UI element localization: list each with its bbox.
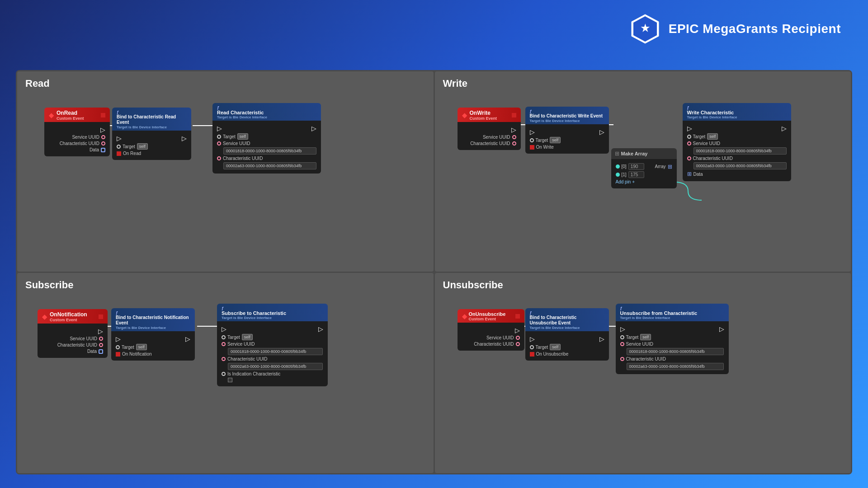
unsub-char-service-in [620, 342, 624, 346]
unsubscribe-panel-title: Unsubscribe [435, 273, 851, 295]
bind-read-on-pin-label: On Read [123, 151, 141, 156]
bind-read-on-read-pin [117, 151, 121, 156]
onread-event-node: ◆ OnRead Custom Event ▷ Service UUID Cha… [44, 108, 110, 156]
onnotif-service-pin [99, 337, 103, 341]
bind-read-subtitle: Target is Ble Device Interface [117, 125, 187, 129]
write-char-title: Write Characteristic [687, 110, 787, 115]
write-char-exec-in: ▷ [687, 125, 692, 132]
epic-hexagon-icon: ★ [629, 13, 661, 45]
subscribe-char-uuid-in [222, 357, 226, 361]
bind-write-target-in [530, 138, 534, 142]
onwrite-subtitle: Custom Event [470, 116, 497, 121]
char-uuid-pin-out [101, 141, 105, 145]
bind-notif-on-label: On Notification [122, 352, 152, 357]
subscribe-char-service-uuid-input[interactable] [228, 348, 323, 355]
unsub-char-uuid-in [620, 357, 624, 361]
write-char-service-in [687, 141, 691, 145]
onwrite-event-node: ◆ OnWrite Custom Event ▷ Service UUID Ch… [458, 108, 521, 150]
write-char-uuid-input[interactable] [693, 162, 787, 169]
unsub-char-title: Unsubscribe from Characteristic [620, 310, 724, 316]
bind-unsub-exec-out: ▷ [599, 335, 604, 343]
write-char-subtitle: Target is Ble Device Interface [687, 115, 787, 119]
bind-write-exec-in: ▷ [530, 128, 535, 136]
make-array-val0-input[interactable] [628, 163, 644, 170]
onunsub-service-pin [516, 336, 520, 340]
write-panel: Write ◆ OnWrite Custom Event ▷ [435, 71, 851, 272]
bind-write-on-pin [530, 145, 534, 150]
subscribe-char-title: Subscribe to Characteristic [222, 310, 323, 316]
onnotif-exec-out: ▷ [98, 328, 103, 335]
onunsub-exec-out: ▷ [515, 327, 520, 334]
write-char-service-uuid-input[interactable] [693, 147, 787, 155]
bind-notif-on-pin [116, 352, 120, 357]
onread-title: OnRead [57, 110, 84, 116]
bind-unsub-on-label: On Unsubscribe [536, 352, 569, 357]
subscribe-char-exec-in: ▷ [222, 325, 226, 333]
onunsub-char-pin [516, 342, 520, 346]
bind-write-title: Bind to Characteristic Write Event [530, 113, 604, 119]
is-indication-checkbox[interactable] [228, 378, 232, 382]
bind-write-subtitle: Target is Ble Device Interface [530, 119, 604, 123]
subscribe-char-target-in [222, 335, 226, 339]
subscribe-is-indication-in [222, 372, 226, 376]
bind-write-node: ƒ Bind to Characteristic Write Event Tar… [525, 107, 609, 154]
subscribe-is-indication-label: Is Indication Characteristic [227, 371, 280, 376]
canvas-area: Read ◆ OnRead Custom Event ▷ [16, 70, 852, 474]
bind-notif-exec-in: ▷ [116, 335, 121, 343]
read-char-service-uuid-input[interactable] [223, 147, 316, 155]
read-char-service-in [217, 141, 221, 145]
read-char-target-in [217, 135, 221, 139]
bind-unsub-on-pin [530, 352, 534, 357]
read-panel-title: Read [17, 71, 434, 93]
read-char-uuid-input[interactable] [223, 162, 316, 169]
bind-read-exec-in: ▷ [117, 135, 122, 142]
onread-subtitle: Custom Event [57, 116, 84, 121]
onwrite-char-pin [512, 141, 516, 145]
data-label: Data [90, 147, 99, 152]
bind-unsub-subtitle: Target is Ble Device Interface [530, 326, 604, 330]
read-char-subtitle: Target is Ble Device Interface [217, 115, 316, 119]
onwrite-exec-out: ▷ [511, 126, 516, 133]
read-characteristic-node: ƒ Read Characteristic Target is Ble Devi… [212, 103, 321, 174]
onnotif-data-pin [99, 349, 103, 354]
make-array-in-1 [616, 173, 620, 177]
make-array-node: ⊞ Make Array [0] Array ⊞ [611, 148, 677, 188]
write-char-data-label: Data [693, 172, 703, 177]
bind-read-title: Bind to Characteristic Read Event [117, 114, 187, 125]
subscribe-char-service-in [222, 342, 226, 346]
epic-megagrants-badge: ★ EPIC MegaGrants Recipient [629, 13, 841, 45]
write-char-exec-out: ▷ [782, 125, 787, 132]
bind-unsub-target-in [530, 345, 534, 349]
unsubscribe-characteristic-node: ƒ Unsubscribe from Characteristic Target… [616, 304, 729, 374]
unsub-char-exec-in: ▷ [620, 325, 625, 333]
bind-unsub-exec-in: ▷ [530, 335, 535, 343]
onwrite-title: OnWrite [470, 110, 497, 116]
service-uuid-pin-out [101, 135, 105, 139]
bind-write-exec-out: ▷ [599, 128, 604, 136]
bind-unsub-node: ƒ Bind to Characteristic Unsubscribe Eve… [525, 308, 609, 361]
onwrite-service-pin [512, 135, 516, 139]
onnotif-char-pin [99, 343, 103, 347]
data-pin-out [101, 148, 105, 152]
onnotif-title: OnNotification [50, 311, 87, 318]
read-panel: Read ◆ OnRead Custom Event ▷ [17, 71, 434, 272]
char-uuid-label: Characteristic UUID [60, 141, 99, 146]
write-char-data-icon: ⊞ [687, 171, 692, 177]
subscribe-char-subtitle: Target is Ble Device Interface [222, 316, 323, 320]
bind-notif-target-in [116, 345, 120, 349]
write-char-target-in [687, 135, 691, 139]
onunsub-title: OnUnsubscribe [469, 311, 506, 317]
onnotif-subtitle: Custom Event [50, 318, 87, 322]
subscribe-char-uuid-input[interactable] [228, 363, 323, 370]
unsub-char-uuid-input[interactable] [627, 363, 724, 370]
epic-text: EPIC MegaGrants Recipient [669, 22, 841, 36]
bind-notif-node: ƒ Bind to Characteristic Notification Ev… [111, 308, 195, 361]
bind-notif-title: Bind to Characteristic Notification Even… [116, 315, 190, 326]
subscribe-characteristic-node: ƒ Subscribe to Characteristic Target is … [217, 304, 328, 386]
bind-unsub-title: Bind to Characteristic Unsubscribe Event [530, 315, 604, 326]
add-pin-button[interactable]: Add pin + [616, 179, 635, 184]
make-array-val1-input[interactable] [628, 171, 644, 178]
service-uuid-label: Service UUID [72, 135, 99, 140]
write-panel-title: Write [435, 71, 851, 93]
unsub-char-service-uuid-input[interactable] [627, 348, 724, 355]
